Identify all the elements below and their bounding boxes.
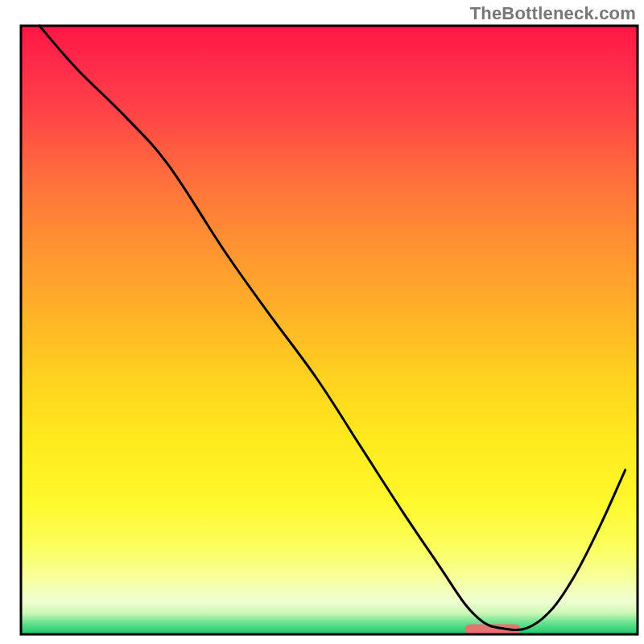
chart-container: TheBottleneck.com <box>0 0 644 644</box>
bottleneck-chart <box>0 0 644 644</box>
watermark-text: TheBottleneck.com <box>470 3 636 24</box>
gradient-background <box>21 26 638 634</box>
